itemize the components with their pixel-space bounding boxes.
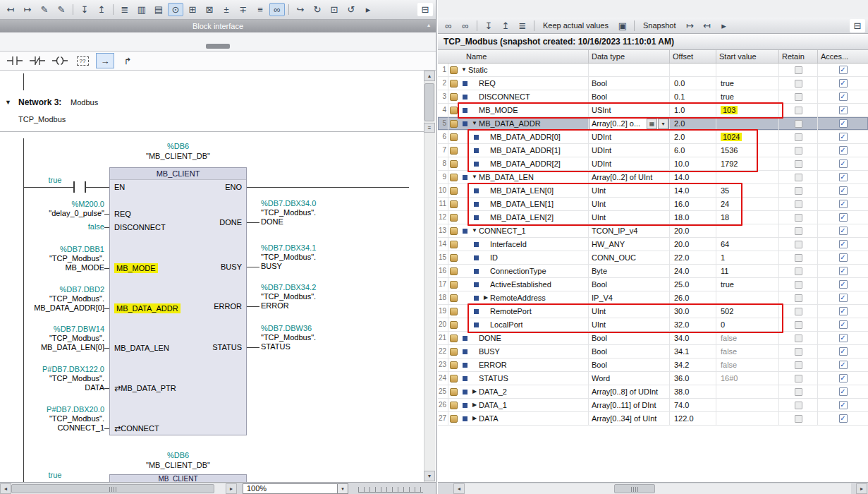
access-cell[interactable]: ✓ xyxy=(818,171,868,183)
access-cell[interactable]: ✓ xyxy=(818,144,868,157)
instance-db-address[interactable]: %DB6 xyxy=(109,451,247,460)
col-start-value[interactable]: Start value xyxy=(716,50,779,63)
access-checkbox[interactable]: ✓ xyxy=(839,146,848,155)
align-icon[interactable]: ≣ xyxy=(117,3,133,16)
db-row-ActiveEstablished[interactable]: 17ActiveEstablishedBool25.0true✓ xyxy=(438,278,868,291)
mb-client-block-partial[interactable]: MB_CLIENT xyxy=(109,474,247,482)
access-cell[interactable]: ✓ xyxy=(818,224,868,237)
name-cell[interactable]: InterfaceId xyxy=(448,238,589,251)
db-row-DATA_1[interactable]: 26▶DATA_1Array[0..11] of DInt74.0✓ xyxy=(438,399,868,412)
start-value-cell[interactable] xyxy=(716,117,779,130)
access-cell[interactable]: ✓ xyxy=(818,64,868,76)
h-scroll-thumb[interactable] xyxy=(11,484,214,493)
start-value-cell[interactable]: 16#0 xyxy=(716,372,779,385)
access-cell[interactable]: ✓ xyxy=(818,385,868,398)
access-checkbox[interactable]: ✓ xyxy=(839,186,848,195)
access-cell[interactable]: ✓ xyxy=(818,117,868,130)
db-row-MB_DATA_ADDR[2][interactable]: 8MB_DATA_ADDR[2]UDInt10.01792✓ xyxy=(438,157,868,171)
goto-prev-icon[interactable]: ↤ xyxy=(3,3,18,16)
access-cell[interactable]: ✓ xyxy=(818,198,868,210)
start-value-cell[interactable]: 1792 xyxy=(716,157,779,170)
scroll-left-button[interactable]: ◂ xyxy=(453,483,465,494)
access-checkbox[interactable]: ✓ xyxy=(839,240,848,248)
data-type-cell[interactable]: Bool xyxy=(589,359,670,371)
copy-snapshot-icon[interactable]: ↦ xyxy=(682,19,697,32)
data-type-cell[interactable]: HW_ANY xyxy=(589,238,670,251)
network-delete-icon[interactable]: ⊠ xyxy=(202,3,217,16)
db-row-MB_DATA_LEN[interactable]: 9▼MB_DATA_LENArray[0..2] of UInt14.0✓ xyxy=(438,171,868,184)
pin-STATUS[interactable]: STATUS xyxy=(212,342,242,352)
start-value-cell[interactable]: false xyxy=(716,345,779,358)
name-cell[interactable]: ERROR xyxy=(448,359,589,371)
db-row-DATA_2[interactable]: 25▶DATA_2Array[0..8] of UDInt38.0✓ xyxy=(438,385,868,399)
name-cell[interactable]: ▼Static xyxy=(448,64,589,76)
operand-REQ[interactable]: %M200.0"delay_0_pulse" xyxy=(49,200,104,218)
name-cell[interactable]: BUSY xyxy=(448,345,589,358)
db-row-ERROR[interactable]: 23ERRORBool34.2false✓ xyxy=(438,359,868,372)
access-checkbox[interactable]: ✓ xyxy=(839,159,848,168)
network-comment[interactable]: TCP_Modbus xyxy=(18,115,66,124)
access-cell[interactable]: ✓ xyxy=(818,265,868,277)
name-cell[interactable]: DONE xyxy=(448,332,589,344)
access-checkbox[interactable]: ✓ xyxy=(839,227,848,235)
open-branch-icon[interactable]: → xyxy=(96,53,114,68)
copy-all-snapshot-icon[interactable]: ↤ xyxy=(699,19,714,32)
access-cell[interactable]: ✓ xyxy=(818,104,868,116)
access-cell[interactable]: ✓ xyxy=(818,359,868,371)
access-cell[interactable]: ✓ xyxy=(818,238,868,251)
operand-MB_DATA_PTR[interactable]: P#DB7.DBX122.0"TCP_Modbus".DATA xyxy=(42,365,104,392)
access-cell[interactable]: ✓ xyxy=(818,372,868,385)
start-value-cell[interactable]: false xyxy=(716,359,779,371)
start-value-cell[interactable] xyxy=(716,412,779,425)
keep-actual-values-button[interactable]: Keep actual values xyxy=(538,20,613,30)
pin-REQ[interactable]: REQ xyxy=(114,209,131,219)
db-row-BUSY[interactable]: 22BUSYBool34.1false✓ xyxy=(438,345,868,359)
db-row-RemotePort[interactable]: 19RemotePortUInt30.0502✓ xyxy=(438,305,868,318)
access-checkbox[interactable]: ✓ xyxy=(839,213,848,222)
access-checkbox[interactable]: ✓ xyxy=(839,253,848,262)
name-cell[interactable]: ID xyxy=(448,251,589,264)
db-row-DONE[interactable]: 21DONEBool34.0false✓ xyxy=(438,332,868,345)
collapse-networks-icon[interactable]: ∓ xyxy=(236,3,251,16)
save-start-values-icon[interactable]: ↥ xyxy=(498,19,513,32)
instance-db-name[interactable]: "MB_CLIENT_DB" xyxy=(109,461,247,470)
start-value-cell[interactable]: 64 xyxy=(716,238,779,251)
start-value-cell[interactable]: 1536 xyxy=(716,144,779,157)
access-cell[interactable]: ✓ xyxy=(818,157,868,170)
caret-down-icon[interactable]: ▼ xyxy=(470,117,479,130)
start-value-cell[interactable]: 24 xyxy=(716,198,779,210)
split-view-button[interactable]: ≡ xyxy=(424,123,435,133)
name-cell[interactable]: LocalPort xyxy=(448,318,589,331)
data-type-cell[interactable]: UDInt xyxy=(589,144,670,157)
start-value-cell[interactable] xyxy=(716,291,779,304)
pin-MB_DATA_ADDR[interactable]: MB_DATA_ADDR xyxy=(114,303,181,313)
db-row-REQ[interactable]: 2REQBool0.0true✓ xyxy=(438,77,868,90)
operand-MB_DATA_LEN[interactable]: %DB7.DBW14"TCP_Modbus".MB_DATA_LEN[0] xyxy=(41,325,104,352)
data-type-cell[interactable]: Array[0..8] of UDInt xyxy=(589,385,670,398)
update-block-icon[interactable]: ↺ xyxy=(343,3,359,16)
data-type-cell[interactable]: Array[0..11] of DInt xyxy=(589,399,670,411)
operand-STATUS[interactable]: %DB7.DBW36"TCP_Modbus".STATUS xyxy=(261,324,316,351)
goto-network-icon[interactable]: ↪ xyxy=(293,3,308,16)
name-cell[interactable]: MB_DATA_LEN[2] xyxy=(448,211,589,224)
data-type-cell[interactable]: Word xyxy=(589,372,670,385)
access-cell[interactable]: ✓ xyxy=(818,131,868,143)
access-checkbox[interactable]: ✓ xyxy=(839,66,848,74)
normally-closed-contact-icon[interactable] xyxy=(28,53,47,68)
data-type-cell[interactable]: Array[0..2] of UInt xyxy=(589,171,670,183)
db-row-DISCONNECT[interactable]: 3DISCONNECTBool0.1true✓ xyxy=(438,90,868,104)
data-type-cell[interactable]: UInt xyxy=(589,318,670,331)
access-checkbox[interactable]: ✓ xyxy=(839,294,848,302)
start-value-cell[interactable] xyxy=(716,64,779,76)
pin-CONNECT[interactable]: ⇄CONNECT xyxy=(114,423,159,433)
data-type-cell[interactable]: Bool xyxy=(589,77,670,90)
name-cell[interactable]: ▶DATA xyxy=(448,412,589,425)
access-cell[interactable]: ✓ xyxy=(818,278,868,291)
network-insert-icon[interactable]: ⊞ xyxy=(185,3,200,16)
monitor-all-icon[interactable]: ∞ xyxy=(441,19,456,32)
access-cell[interactable]: ✓ xyxy=(818,399,868,411)
start-value-cell[interactable]: 1024 xyxy=(716,131,779,143)
data-type-cell[interactable]: UInt xyxy=(589,198,670,210)
start-value-cell[interactable] xyxy=(716,224,779,237)
access-checkbox[interactable]: ✓ xyxy=(839,280,848,289)
